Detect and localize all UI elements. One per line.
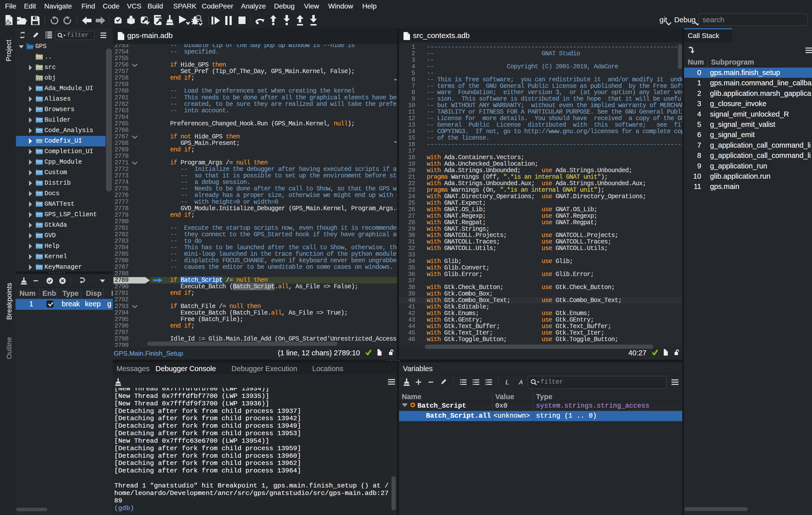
svg-text:o: o	[38, 77, 40, 81]
